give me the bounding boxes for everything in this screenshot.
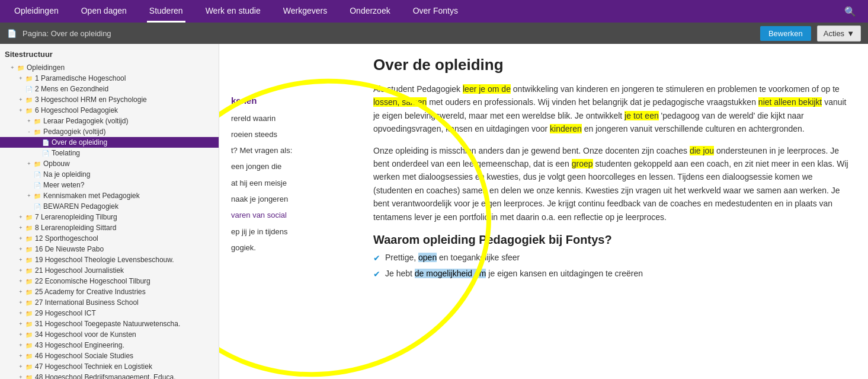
tree-item-47-techniek[interactable]: +📁47 Hogeschool Techniek en Logistiek — [0, 361, 219, 372]
tree-file-icon: 📁 — [25, 234, 33, 243]
tree-file-icon: 📁 — [25, 341, 33, 349]
content-area: kenen rereld waarin roeien steeds t? Met… — [219, 44, 868, 379]
tree-file-icon: 📁 — [25, 95, 33, 104]
tree-item-label: 7 Lerarenopleiding Tilburg — [35, 213, 117, 221]
tree-file-icon: 📄 — [41, 149, 50, 157]
tree-item-7-leraren-tilburg[interactable]: +📁7 Lerarenopleiding Tilburg — [0, 212, 219, 222]
tree-item-kennismaken[interactable]: +📁Kennismaken met Pedagogiek — [0, 190, 219, 201]
tree-file-icon: 📁 — [25, 224, 33, 232]
left-partial-text: kenen rereld waarin roeien steeds t? Met… — [231, 91, 292, 256]
tree-expand-icon: + — [17, 106, 25, 114]
tree-item-29-ict[interactable]: +📁29 Hogeschool ICT — [0, 308, 219, 319]
tree-item-21-journalistiek[interactable]: +📁21 Hogeschool Journalistiek — [0, 265, 219, 276]
tree-expand-icon: + — [17, 277, 25, 285]
tree-item-meer-weten[interactable]: 📄Meer weten? — [0, 180, 219, 190]
tree-file-icon: 📁 — [33, 128, 41, 136]
tree-item-2-mens[interactable]: 📄2 Mens en Gezondheid — [0, 84, 219, 94]
tree-item-label: 31 Hogeschool Toegepaste Natuurwetenscha… — [35, 320, 180, 328]
tree-item-31-toegepaste[interactable]: +📁31 Hogeschool Toegepaste Natuurwetensc… — [0, 319, 219, 329]
tree-file-icon: 📁 — [25, 373, 33, 379]
content-subtitle: Waarom opleiding Pedagogiek bij Fontys? — [373, 233, 850, 247]
tree-file-icon: 📄 — [33, 202, 41, 211]
tree-file-icon: 📁 — [25, 288, 33, 296]
nav-item-opleidingen[interactable]: Opleidingen — [12, 0, 61, 23]
acties-label: Acties — [824, 29, 844, 38]
nav-item-opendagen[interactable]: Open dagen — [79, 0, 129, 23]
tree-item-opleidingen-root[interactable]: +📁Opleidingen — [0, 62, 219, 73]
acties-button[interactable]: Acties ▼ — [817, 26, 861, 42]
nav-item-overfontys[interactable]: Over Fontys — [411, 0, 460, 23]
tree-item-34-kunsten[interactable]: +📁34 Hogeschool voor de Kunsten — [0, 329, 219, 340]
tree-item-bewaren-ped[interactable]: 📄BEWAREN Pedagogiek — [0, 201, 219, 212]
nav-item-werkgevers[interactable]: Werkgevers — [281, 0, 329, 23]
content-paragraph-2: Onze opleiding is misschien anders dan j… — [373, 144, 850, 224]
tree-file-icon: 📁 — [25, 213, 33, 221]
tree-item-8-leraren-sittard[interactable]: +📁8 Lerarenopleiding Sittard — [0, 222, 219, 233]
tree-item-label: Kennismaken met Pedagogiek — [43, 192, 140, 200]
nav-item-werkenstudie[interactable]: Werk en studie — [203, 0, 263, 23]
main-layout: Sitestructuur +📁Opleidingen+📁1 Paramedis… — [0, 44, 868, 379]
partial-line-7: naak je jongeren — [231, 191, 292, 207]
tree-item-19-theologie[interactable]: +📁19 Hogeschool Theologie Levensbeschouw… — [0, 254, 219, 265]
tree-file-icon: 📄 — [41, 138, 50, 146]
tree-item-opbouw[interactable]: +📁Opbouw — [0, 158, 219, 169]
tree-item-12-sport[interactable]: +📁12 Sporthogeschool — [0, 233, 219, 244]
checklist-label-1: Prettige, open en toegankelijke sfeer — [385, 253, 520, 262]
tree-expand-icon — [25, 170, 33, 179]
tree-item-label: Na je opleiding — [43, 170, 90, 179]
bewerken-button[interactable]: Bewerken — [760, 26, 811, 41]
partial-line-8: varen van social — [231, 207, 292, 223]
checkmark-icon-1: ✔ — [373, 253, 380, 263]
tree-expand-icon: + — [17, 74, 25, 82]
tree-item-label: Opbouw — [43, 160, 70, 168]
nav-item-onderzoek[interactable]: Onderzoek — [347, 0, 392, 23]
tree-file-icon: 📁 — [25, 106, 33, 114]
tree-file-icon: 📁 — [25, 256, 33, 264]
content-title: Over de opleiding — [373, 56, 850, 74]
tree-expand-icon: + — [17, 352, 25, 360]
tree-item-label: 25 Academy for Creative Industries — [35, 288, 146, 296]
tree-item-48-bedrijfs[interactable]: +📁48 Hogeschool Bedrijfsmanagement, Educ… — [0, 372, 219, 379]
search-icon[interactable]: 🔍 — [844, 6, 856, 17]
tree-item-over-opleiding[interactable]: 📄Over de opleiding — [0, 137, 219, 148]
tree-expand-icon: + — [25, 117, 33, 125]
page-bar: 📄 Pagina: Over de opleiding Bewerken Act… — [0, 23, 868, 44]
tree-item-label: Pedagogiek (voltijd) — [43, 128, 105, 136]
tree-file-icon: 📁 — [25, 298, 33, 307]
tree-item-label: 2 Mens en Gezondheid — [35, 85, 108, 93]
partial-line-9: ep jij je in tijdens — [231, 224, 292, 240]
partial-line-1: kenen — [231, 91, 292, 110]
tree-expand-icon — [17, 85, 25, 93]
page-icon: 📄 — [7, 29, 17, 38]
partial-line-2: rereld waarin — [231, 110, 292, 126]
tree-item-leraar-ped[interactable]: +📁Leraar Pedagogiek (voltijd) — [0, 116, 219, 126]
tree-expand-icon: + — [17, 362, 25, 371]
tree-item-27-international[interactable]: +📁27 International Business School — [0, 297, 219, 308]
tree-file-icon: 📁 — [25, 352, 33, 360]
tree-item-3-hrm[interactable]: +📁3 Hogeschool HRM en Psychologie — [0, 94, 219, 105]
tree-item-toelating[interactable]: 📄Toelating — [0, 148, 219, 158]
tree-file-icon: 📁 — [25, 74, 33, 82]
tree-item-na-je-opleiding[interactable]: 📄Na je opleiding — [0, 169, 219, 180]
partial-line-10: gogiek. — [231, 240, 292, 256]
tree-file-icon: 📁 — [17, 63, 25, 72]
tree-expand-icon: + — [17, 288, 25, 296]
nav-item-studeren[interactable]: Studeren — [147, 0, 185, 23]
tree-file-icon: 📁 — [25, 330, 33, 339]
tree-item-label: 22 Economische Hogeschool Tilburg — [35, 277, 150, 285]
tree-item-46-sociale[interactable]: +📁46 Hogeschool Sociale Studies — [0, 351, 219, 361]
tree-item-1-paramedische[interactable]: +📁1 Paramedische Hogeschool — [0, 73, 219, 84]
tree-item-label: 48 Hogeschool Bedrijfsmanagement, Educa. — [35, 373, 175, 379]
tree-item-43-engineering[interactable]: +📁43 Hogeschool Engineering. — [0, 340, 219, 351]
tree-item-ped-voltijd[interactable]: -📁Pedagogiek (voltijd) — [0, 126, 219, 137]
checkmark-icon-2: ✔ — [373, 269, 380, 279]
tree-expand-icon — [25, 181, 33, 189]
tree-item-22-economische[interactable]: +📁22 Economische Hogeschool Tilburg — [0, 276, 219, 286]
tree-expand-icon: + — [17, 298, 25, 307]
tree-item-label: 21 Hogeschool Journalistiek — [35, 266, 124, 275]
tree-item-6-pedagogiek[interactable]: +📁6 Hogeschool Pedagogiek — [0, 105, 219, 116]
top-navigation: Opleidingen Open dagen Studeren Werk en … — [0, 0, 868, 23]
tree-item-label: 46 Hogeschool Sociale Studies — [35, 352, 133, 360]
tree-item-16-nieuwe-pabo[interactable]: +📁16 De Nieuwste Pabo — [0, 244, 219, 254]
tree-item-25-academy[interactable]: +📁25 Academy for Creative Industries — [0, 286, 219, 297]
